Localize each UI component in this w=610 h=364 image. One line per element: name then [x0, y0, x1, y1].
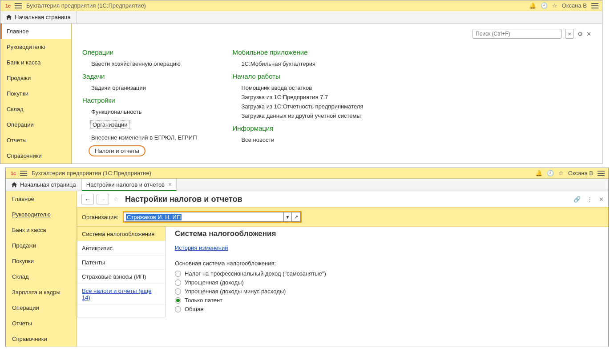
section-operations[interactable]: Операции [82, 48, 197, 56]
sidebar-item[interactable]: Главное [0, 24, 71, 39]
settings-menu-icon[interactable] [598, 171, 605, 176]
sidebar-item[interactable]: Операции [0, 117, 71, 132]
home-icon [11, 182, 17, 188]
sidebar-item[interactable]: Продажи [0, 70, 71, 86]
sidebar-item[interactable]: Склад [0, 101, 71, 117]
link-icon[interactable]: 🔗 [574, 196, 581, 203]
link-org-tasks[interactable]: Задачи организации [91, 84, 197, 91]
sidebar-item[interactable]: Покупки [6, 253, 77, 269]
history-icon[interactable]: 🕘 [547, 170, 554, 176]
all-taxes-link[interactable]: Все налоги и отчеты (еще 14) [77, 284, 166, 305]
link-all-news[interactable]: Все новости [241, 136, 363, 143]
dropdown-icon[interactable]: ▼ [284, 212, 292, 222]
category-tab[interactable]: Патенты [77, 256, 166, 270]
window-2: 1c Бухгалтерия предприятия (1С:Предприят… [5, 168, 609, 347]
tabbar: Начальная страница Настройки налогов и о… [6, 179, 608, 191]
open-external-icon[interactable]: ↗ [292, 212, 301, 222]
radio-icon [175, 306, 181, 312]
link-taxes-reports-circled[interactable]: Налоги и отчеты [89, 145, 145, 156]
link-egrul[interactable]: Внесение изменений в ЕГРЮЛ, ЕГРИП [91, 134, 197, 141]
tab-home[interactable]: Начальная страница [0, 11, 77, 23]
search-clear[interactable]: × [565, 29, 574, 39]
close-icon[interactable]: ✕ [599, 196, 604, 203]
category-tab[interactable]: Система налогообложения [77, 227, 166, 241]
toolbar: ← → ☆ Настройки налогов и отчетов 🔗 ⋮ ✕ [77, 191, 608, 207]
tax-system-radio[interactable]: Упрощенная (доходы) [175, 279, 599, 286]
window-1: 1c Бухгалтерия предприятия (1С:Предприят… [0, 0, 602, 164]
organization-select[interactable]: Стрижаков И. Н. ИП ▼ ↗ [123, 211, 302, 223]
link-load-77[interactable]: Загрузка из 1С:Предприятия 7.7 [241, 94, 363, 100]
more-icon[interactable]: ⋮ [587, 196, 593, 203]
link-organizations[interactable]: Организации [90, 120, 130, 129]
settings-menu-icon[interactable] [591, 3, 598, 8]
sidebar-item[interactable]: Справочники [0, 148, 71, 164]
sidebar-item[interactable]: Операции [6, 300, 77, 316]
gear-icon[interactable]: ⚙ [578, 31, 583, 37]
link-balance-helper[interactable]: Помощник ввода остатков [241, 84, 363, 91]
tab-home[interactable]: Начальная страница [6, 179, 82, 191]
organization-bar: Организация: Стрижаков И. Н. ИП ▼ ↗ [77, 207, 608, 227]
sidebar: ГлавноеРуководителюБанк и кассаПродажиПо… [0, 24, 72, 164]
link-load-reporting[interactable]: Загрузка из 1С:Отчетность предпринимател… [241, 103, 363, 110]
user-name[interactable]: Оксана В [568, 170, 593, 176]
tab-tax-settings[interactable]: Настройки налогов и отчетов × [82, 179, 177, 191]
sidebar-item[interactable]: Склад [6, 269, 77, 284]
tax-system-radio[interactable]: Упрощенная (доходы минус расходы) [175, 288, 599, 295]
star-icon[interactable]: ☆ [558, 170, 564, 176]
tax-system-radio[interactable]: Общая [175, 306, 599, 312]
pane-title: Система налогообложения [175, 229, 599, 238]
section-start[interactable]: Начало работы [232, 72, 363, 80]
logo-1c: 1c [4, 2, 12, 10]
sidebar-item[interactable]: Руководителю [0, 39, 71, 55]
category-tab[interactable]: Страховые взносы (ИП) [77, 270, 166, 284]
favorite-star-icon[interactable]: ☆ [113, 196, 119, 203]
link-mobile-accounting[interactable]: 1С:Мобильная бухгалтерия [241, 60, 363, 67]
sidebar: ГлавноеРуководителюБанк и кассаПродажиПо… [6, 191, 77, 347]
history-icon[interactable]: 🕘 [541, 2, 548, 9]
history-link[interactable]: История изменений [175, 244, 228, 251]
sidebar-item[interactable]: Банк и касса [6, 222, 77, 238]
radio-icon [175, 288, 181, 295]
menu-icon[interactable] [15, 3, 22, 8]
tabbar: Начальная страница [0, 11, 602, 24]
sidebar-item[interactable]: Отчеты [6, 316, 77, 331]
tax-system-radio[interactable]: Налог на профессиональный доход ("самоза… [175, 270, 599, 277]
bell-icon[interactable]: 🔔 [535, 170, 542, 176]
settings-content-pane: Система налогообложения История изменени… [166, 227, 608, 317]
column-2: Мобильное приложение 1С:Мобильная бухгал… [232, 43, 363, 158]
section-settings[interactable]: Настройки [82, 96, 197, 104]
organization-value: Стрижаков И. Н. ИП [126, 214, 182, 220]
menu-icon[interactable] [20, 171, 27, 176]
sidebar-item[interactable]: Главное [6, 191, 77, 207]
logo-1c: 1c [9, 169, 17, 177]
sidebar-item[interactable]: Зарплата и кадры [6, 284, 77, 300]
back-button[interactable]: ← [81, 194, 94, 204]
link-enter-operation[interactable]: Ввести хозяйственную операцию [91, 60, 197, 67]
radio-icon [175, 271, 181, 277]
tab-home-label: Начальная страница [20, 181, 76, 188]
search-input[interactable] [476, 31, 558, 37]
link-functionality[interactable]: Функциональность [91, 108, 197, 115]
tab-close-icon[interactable]: × [168, 181, 172, 188]
star-icon[interactable]: ☆ [552, 2, 557, 9]
sidebar-item[interactable]: Банк и касса [0, 55, 71, 70]
sidebar-item[interactable]: Продажи [6, 238, 77, 253]
sidebar-item[interactable]: Руководителю [6, 207, 77, 222]
tax-system-radio[interactable]: Только патент [175, 297, 599, 304]
sidebar-item[interactable]: Отчеты [0, 132, 71, 148]
link-load-other[interactable]: Загрузка данных из другой учетной систем… [241, 112, 363, 119]
section-tasks[interactable]: Задачи [82, 72, 197, 80]
bell-icon[interactable]: 🔔 [529, 2, 536, 9]
sidebar-item[interactable]: Покупки [0, 86, 71, 101]
sidebar-item[interactable]: Справочники [6, 331, 77, 347]
tab-label: Настройки налогов и отчетов [86, 181, 165, 188]
section-info[interactable]: Информация [232, 124, 363, 132]
close-icon[interactable]: ✕ [586, 31, 591, 37]
radio-label: Общая [185, 306, 204, 312]
section-mobile[interactable]: Мобильное приложение [232, 48, 363, 56]
category-tab[interactable]: Антикризис [77, 241, 166, 256]
radio-icon [175, 297, 181, 304]
home-icon [6, 14, 12, 20]
search-box[interactable] [473, 29, 562, 39]
user-name[interactable]: Оксана В [562, 2, 587, 9]
